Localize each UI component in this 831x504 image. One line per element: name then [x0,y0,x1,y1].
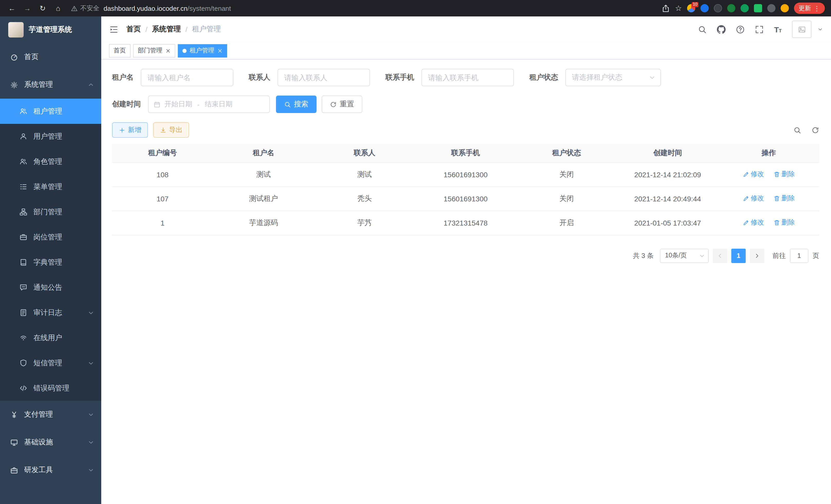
phone-input[interactable] [422,69,514,86]
font-size-button[interactable]: TT [774,25,782,33]
create-time-range-picker[interactable]: 开始日期 - 结束日期 [148,95,270,113]
page-number-button[interactable]: 1 [731,248,746,263]
sidebar-item-dept[interactable]: 部门管理 [0,199,101,225]
sidebar-item-role[interactable]: 角色管理 [0,149,101,174]
cell-phone: 17321315478 [415,211,516,235]
page-content: 租户名 联系人 联系手机 租户状态 请选择租户状态 [101,60,831,504]
delete-link[interactable]: 删除 [773,194,795,203]
goto-page-input[interactable] [790,248,808,263]
extension-badge: 10 [692,2,698,7]
chevron-down-icon [88,439,94,445]
cell-phone: 15601691300 [415,162,516,186]
app-frame: 芋道管理系统 首页 系统管理 租户管理 用户管理 [0,17,831,504]
sidebar-item-devtools[interactable]: 研发工具 [0,456,101,484]
sidebar-item-payment[interactable]: 支付管理 [0,401,101,428]
github-link[interactable] [717,25,726,34]
delete-label: 删除 [781,218,795,227]
app-logo[interactable]: 芋道管理系统 [0,17,101,43]
extension-icon[interactable] [781,4,789,12]
browser-home-button[interactable]: ⌂ [52,3,64,14]
sidebar-item-sms[interactable]: 短信管理 [0,350,101,376]
briefcase-icon [20,233,27,241]
sidebar-item-home[interactable]: 首页 [0,43,101,71]
org-tree-icon [20,208,27,216]
avatar-menu-button[interactable] [818,27,823,32]
update-label: 更新 [799,4,811,12]
sidebar-item-infrastructure[interactable]: 基础设施 [0,428,101,456]
pencil-icon [742,171,749,178]
sidebar-toggle-button[interactable] [110,25,118,34]
chevron-down-icon [88,309,94,316]
browser-update-button[interactable]: 更新 ⋮ [794,3,825,14]
sidebar-item-menu[interactable]: 菜单管理 [0,174,101,199]
refresh-table-button[interactable] [811,126,819,134]
plus-icon [119,127,125,133]
extension-icon[interactable] [754,4,762,12]
extensions-puzzle-icon[interactable] [767,4,775,12]
cell-phone: 15601691300 [415,186,516,211]
chevron-down-icon [649,75,655,81]
refresh-icon [811,126,819,134]
sidebar-item-user[interactable]: 用户管理 [0,124,101,149]
bookmark-star-icon[interactable]: ☆ [675,4,682,13]
tab-close-icon[interactable] [218,48,223,53]
delete-link[interactable]: 删除 [773,170,795,179]
extension-icon[interactable] [741,4,749,12]
toggle-search-button[interactable] [794,126,801,134]
browser-toolbar-right: ☆ 10 更新 ⋮ [661,3,825,14]
warning-triangle-icon [71,5,78,11]
extension-icon[interactable] [714,4,722,12]
tab-tenant[interactable]: 租户管理 [178,44,227,57]
sidebar-item-dict[interactable]: 字典管理 [0,250,101,275]
tab-close-icon[interactable] [166,48,171,53]
browser-reload-button[interactable]: ↻ [37,3,48,14]
edit-link[interactable]: 修改 [742,218,764,227]
delete-link[interactable]: 删除 [773,218,795,227]
add-button[interactable]: 新增 [112,122,148,138]
user-avatar[interactable] [792,21,811,38]
col-contact: 联系人 [314,144,415,162]
sidebar-item-notice[interactable]: 通知公告 [0,275,101,300]
tenant-name-input[interactable] [141,69,233,86]
help-button[interactable] [736,25,745,34]
url-path: /system/tenant [188,4,231,12]
edit-label: 修改 [751,218,764,227]
edit-link[interactable]: 修改 [742,194,764,203]
fullscreen-icon [755,25,764,34]
tab-dept[interactable]: 部门管理 [133,44,175,57]
status-select[interactable]: 请选择租户状态 [565,69,661,86]
reset-button[interactable]: 重置 [322,95,362,113]
browser-back-button[interactable]: ← [6,3,18,14]
github-icon [717,25,726,34]
sidebar-item-audit-log[interactable]: 审计日志 [0,300,101,325]
tab-label: 首页 [114,46,126,55]
sidebar-item-post[interactable]: 岗位管理 [0,225,101,250]
search-button[interactable]: 搜索 [276,95,317,113]
export-button[interactable]: 导出 [153,122,189,138]
prev-page-button[interactable] [713,248,727,263]
cell-name: 测试 [213,162,314,186]
extension-icon[interactable] [727,4,736,12]
fullscreen-button[interactable] [755,25,764,34]
header-search-button[interactable] [698,25,707,34]
search-button-label: 搜索 [294,100,308,109]
page-size-select[interactable]: 10条/页 [660,248,709,263]
extension-icon[interactable] [700,4,709,12]
breadcrumb-home[interactable]: 首页 [126,25,141,34]
download-icon [160,127,167,133]
browser-forward-button[interactable]: → [22,3,33,14]
sidebar-item-online-user[interactable]: 在线用户 [0,325,101,350]
share-icon[interactable] [661,4,670,12]
extension-icon[interactable]: 10 [687,4,695,12]
sidebar-item-system[interactable]: 系统管理 [0,71,101,99]
sidebar-item-tenant[interactable]: 租户管理 [0,99,101,124]
address-bar[interactable]: 不安全 dashboard.yudao.iocoder.cn/system/te… [71,4,657,12]
tab-home[interactable]: 首页 [109,44,131,57]
wifi-icon [20,334,27,342]
sidebar-item-error-code[interactable]: 错误码管理 [0,376,101,401]
contact-input[interactable] [278,69,370,86]
edit-link[interactable]: 修改 [742,170,764,179]
breadcrumb-system[interactable]: 系统管理 [152,25,181,34]
next-page-button[interactable] [750,248,764,263]
site-security-indicator[interactable]: 不安全 [71,4,99,12]
